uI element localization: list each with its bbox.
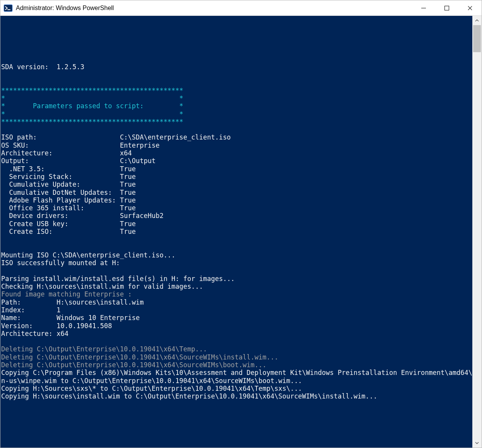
maximize-button[interactable] (435, 0, 458, 15)
banner-border: ****************************************… (1, 118, 183, 126)
param-label-output: Output: (1, 157, 120, 165)
close-button[interactable] (458, 0, 482, 15)
banner-side: * * (1, 110, 183, 118)
log-mount: Mounting ISO C:\SDA\enterprise_client.is… (1, 251, 175, 259)
image-label-index: Index: (1, 306, 56, 314)
banner-border: ****************************************… (1, 87, 183, 94)
console-output[interactable]: SDA version: 1.2.5.3 *******************… (0, 16, 472, 448)
svg-rect-2 (445, 6, 449, 10)
vertical-scrollbar[interactable] (472, 16, 482, 448)
window-title: Administrator: Windows PowerShell (16, 5, 412, 12)
param-value-flash: True (120, 196, 136, 204)
content-area: SDA version: 1.2.5.3 *******************… (0, 16, 482, 448)
log-delete-install-wim: Deleting C:\Output\Enterprise\10.0.19041… (1, 353, 278, 361)
scroll-down-button[interactable] (472, 438, 482, 448)
param-label-o365: Office 365 install: (1, 204, 120, 212)
powershell-window: Administrator: Windows PowerShell SDA ve… (0, 0, 482, 448)
param-value-output: C:\Output (120, 157, 156, 165)
param-label-arch: Architecture: (1, 149, 120, 157)
svg-rect-0 (4, 5, 12, 12)
log-delete-temp: Deleting C:\Output\Enterprise\10.0.19041… (1, 345, 207, 353)
param-label-dotnet: .NET 3.5: (1, 165, 120, 173)
param-label-cdu: Cumulative DotNet Updates: (1, 189, 120, 196)
log-checking: Checking H:\sources\install.wim for vali… (1, 283, 203, 290)
log-delete-boot-wim: Deleting C:\Output\Enterprise\10.0.19041… (1, 361, 267, 369)
param-label-iso: Create ISO: (1, 228, 120, 235)
minimize-button[interactable] (412, 0, 435, 15)
image-label-path: Path: (1, 298, 56, 306)
param-label-iso-path: ISO path: (1, 133, 120, 141)
image-value-name: Windows 10 Enterprise (56, 314, 140, 322)
log-mounted: ISO successfully mounted at H: (1, 259, 120, 267)
param-label-cu: Cumulative Update: (1, 181, 120, 188)
log-copy-winpe-line2: n-us\winpe.wim to C:\Output\Enterprise\1… (1, 377, 302, 385)
scroll-up-button[interactable] (472, 16, 482, 25)
image-value-path: H:\sources\install.wim (56, 298, 144, 306)
log-copy-sxs: Copying H:\Sources\sxs\* to C:\Output\En… (1, 385, 302, 392)
param-value-usb: True (120, 220, 136, 228)
param-value-dotnet: True (120, 165, 136, 173)
log-copy-install-wim: Copying H:\sources\install.wim to C:\Out… (1, 392, 377, 400)
param-value-arch: x64 (120, 149, 132, 157)
param-label-usb: Create USB key: (1, 220, 120, 228)
image-label-arch: Architecture: (1, 330, 56, 337)
powershell-icon (3, 3, 13, 13)
param-label-flash: Adobe Flash Player Updates: (1, 196, 120, 204)
param-value-drivers: SurfaceHub2 (120, 212, 164, 220)
titlebar[interactable]: Administrator: Windows PowerShell (0, 0, 482, 16)
image-value-index: 1 (56, 306, 60, 314)
caption-buttons (412, 0, 482, 15)
param-value-cdu: True (120, 189, 136, 196)
param-value-o365: True (120, 204, 136, 212)
param-label-os-sku: OS SKU: (1, 141, 120, 149)
image-label-version: Version: (1, 322, 56, 330)
image-value-version: 10.0.19041.508 (56, 322, 112, 330)
image-label-name: Name: (1, 314, 56, 322)
scroll-thumb[interactable] (473, 25, 481, 52)
sda-version-label: SDA version: (1, 63, 56, 71)
param-label-ssu: Servicing Stack: (1, 173, 120, 181)
image-value-arch: x64 (56, 330, 68, 337)
log-parsing: Parsing install.wim/install.esd file(s) … (1, 275, 235, 283)
banner-heading: * Parameters passed to script: * (1, 102, 183, 110)
log-copy-winpe-line1: Copying C:\Program Files (x86)\Windows K… (1, 369, 472, 376)
param-label-drivers: Device drivers: (1, 212, 120, 220)
param-value-iso-path: C:\SDA\enterprise_client.iso (120, 133, 231, 141)
param-value-iso: True (120, 228, 136, 235)
log-found: Found image matching Enterprise : (1, 290, 132, 298)
sda-version: 1.2.5.3 (56, 63, 84, 71)
param-value-os-sku: Enterprise (120, 141, 159, 149)
param-value-cu: True (120, 181, 136, 188)
param-value-ssu: True (120, 173, 136, 181)
banner-side: * * (1, 94, 183, 102)
